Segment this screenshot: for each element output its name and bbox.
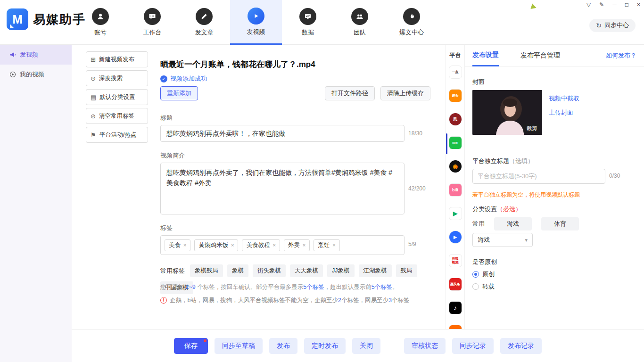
platform-icon-ifeng[interactable]: 凤 (449, 113, 462, 125)
nav-item-account[interactable]: 账号 (74, 0, 126, 45)
description-input[interactable]: 想吃黄焖鸡别再点外卖了，我们在家也能做，方法很简单#黄焖鸡米饭 #美食 #美食教… (160, 163, 405, 214)
common-tag[interactable]: 江湖象棋 (359, 264, 392, 277)
radio-original-label: 原创 (482, 270, 495, 279)
category-settings-icon: ▤ (91, 94, 96, 101)
publish-record-button[interactable]: 发布记录 (500, 338, 542, 354)
maximize-button[interactable]: □ (625, 1, 628, 8)
new-video-publish-button[interactable]: ⊞ 新建视频发布 (86, 51, 148, 67)
close-button[interactable]: × (637, 1, 640, 8)
sync-icon: ↻ (596, 22, 602, 29)
platform-icon-bilibili[interactable]: bili (449, 184, 462, 196)
action-label: 清空常用标签 (99, 112, 134, 120)
file-actions-row: 重新添加 打开文件路径 清除上传缓存 (160, 86, 430, 100)
platform-activity-button[interactable]: ⚑ 平台活动/热点 (86, 127, 148, 143)
platform-icon-haokan-video[interactable]: ▶ (449, 231, 462, 243)
common-tag[interactable]: 象棋 (227, 264, 248, 277)
platform-icon-huya[interactable]: ◉ (449, 160, 462, 173)
video-status-text: 视频添加成功 (170, 74, 207, 83)
common-tag[interactable]: 象棋残局 (190, 264, 223, 277)
title-label: 标题 (160, 114, 173, 122)
readd-video-button[interactable]: 重新添加 (160, 86, 198, 100)
upload-cover-link[interactable]: 上传封面 (549, 108, 573, 117)
sidebar-item-my-videos[interactable]: 我的视频 (0, 65, 72, 84)
filter-icon[interactable]: ▽ (586, 1, 591, 8)
default-category-settings-button[interactable]: ▤ 默认分类设置 (86, 89, 148, 105)
play-circle-icon (9, 71, 16, 78)
common-tag[interactable]: 天天象棋 (290, 264, 323, 277)
common-tag[interactable]: JJ象棋 (327, 264, 355, 277)
remove-tag-icon[interactable]: × (272, 242, 275, 248)
warning-icon: ! (160, 297, 167, 304)
nav-item-data[interactable]: 数据 (282, 0, 334, 45)
remove-tag-icon[interactable]: × (231, 242, 234, 248)
flame-icon (403, 8, 420, 25)
platform-icon-yidian[interactable]: 一点 (449, 66, 462, 78)
chat-bubble-icon (144, 8, 161, 25)
sidebar-item-publish-video[interactable]: 发视频 (0, 45, 72, 65)
cover-label: 封面 (472, 78, 485, 86)
open-file-path-button[interactable]: 打开文件路径 (325, 86, 375, 100)
category-select[interactable]: 游戏 ▾ (472, 233, 533, 247)
sync-record-button[interactable]: 同步记录 (452, 338, 494, 354)
nav-item-publish-article[interactable]: 发文章 (178, 0, 230, 45)
review-status-button[interactable]: 审核状态 (404, 338, 446, 354)
sync-to-draft-button[interactable]: 同步至草稿 (215, 338, 263, 354)
clear-upload-cache-button[interactable]: 清除上传缓存 (380, 86, 430, 100)
remove-tag-icon[interactable]: × (332, 242, 335, 248)
save-button[interactable]: 保存 (174, 338, 208, 354)
action-label: 新建视频发布 (99, 56, 134, 64)
radio-button[interactable] (472, 283, 479, 290)
category-select-value: 游戏 (478, 236, 490, 244)
nav-item-team[interactable]: 团队 (334, 0, 386, 45)
deep-search-button[interactable]: ⊙ 深度搜索 (86, 70, 148, 86)
app-logo-icon: M (7, 8, 28, 30)
tab-publish-settings[interactable]: 发布设置 (472, 45, 499, 66)
category-game-button[interactable]: 游戏 (494, 217, 532, 230)
nav-label: 爆文中心 (399, 28, 424, 37)
nav-item-workspace[interactable]: 工作台 (126, 0, 178, 45)
nav-label: 团队 (354, 28, 366, 37)
how-to-publish-link[interactable]: 如何发布？ (606, 45, 636, 66)
cover-thumbnail[interactable]: 裁剪 (472, 90, 542, 135)
clear-common-tags-button[interactable]: ⊘ 清空常用标签 (86, 108, 148, 124)
team-icon (351, 8, 368, 25)
platform-icon-iqiyi[interactable]: iQIYI (449, 137, 462, 149)
publish-button[interactable]: 发布 (269, 338, 297, 354)
common-tags-label: 常用标签 (160, 267, 185, 275)
radio-repost[interactable]: 转载 (472, 282, 495, 291)
platform-icon-tencent-video[interactable]: ▶ (449, 207, 462, 220)
platform-icon-doupai[interactable]: OO (449, 325, 462, 329)
tags-input[interactable]: 美食× 黄焖鸡米饭× 美食教程× 外卖× 烹饪× (160, 235, 405, 255)
remove-tag-icon[interactable]: × (183, 242, 186, 248)
schedule-publish-button[interactable]: 定时发布 (304, 338, 346, 354)
radio-original[interactable]: 原创 (472, 270, 495, 279)
tab-platform-manage[interactable]: 发布平台管理 (520, 45, 560, 66)
title-input[interactable]: 想吃黄焖鸡别再点外卖啦！，在家也能做 (160, 125, 405, 142)
chevron-down-icon: ▾ (525, 237, 528, 243)
common-tag[interactable]: 残局 (396, 264, 417, 277)
common-tag[interactable]: 街头象棋 (253, 264, 286, 277)
minimize-button[interactable]: ─ (612, 1, 617, 8)
nav-item-hot-center[interactable]: 爆文中心 (386, 0, 438, 45)
nav-item-publish-video[interactable]: 发视频 (230, 0, 282, 45)
edit-icon[interactable]: ✎ (599, 1, 604, 8)
sidebar-item-label: 我的视频 (20, 70, 44, 79)
platform-icon-sohu-video[interactable]: 搜狐 视频 (449, 255, 462, 267)
crop-button[interactable]: 裁剪 (523, 124, 540, 133)
check-icon: ✓ (160, 75, 167, 82)
main-nav: 账号 工作台 发文章 发视频 数据 (74, 0, 438, 45)
category-sports-button[interactable]: 体育 (541, 217, 579, 230)
platform-icon-huitoutiao[interactable]: 惠头条 (449, 278, 462, 290)
tag-pill: 美食教程× (242, 239, 280, 251)
platform-icon-douyin[interactable]: ♪ (449, 302, 462, 314)
video-status: ✓ 视频添加成功 (160, 74, 207, 83)
remove-tag-icon[interactable]: × (303, 242, 305, 248)
close-editor-button[interactable]: 关闭 (352, 338, 380, 354)
radio-button-checked[interactable] (472, 271, 479, 278)
platform-icon-qutoutiao[interactable]: 趣头 (449, 90, 462, 102)
nav-label: 发视频 (247, 28, 265, 36)
tags-label: 标签 (160, 224, 173, 232)
sync-center-button[interactable]: ↻ 同步中心 (589, 19, 636, 32)
capture-from-video-link[interactable]: 视频中截取 (549, 94, 579, 103)
independent-title-input[interactable]: 平台独立标题(5-30字) (472, 169, 605, 184)
